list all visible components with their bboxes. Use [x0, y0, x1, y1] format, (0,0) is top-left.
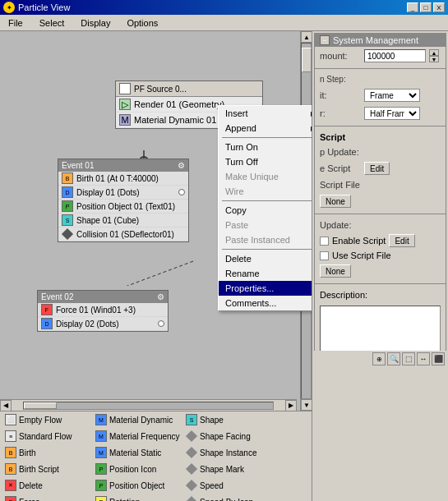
node-graph[interactable]: PF Source 0... ▷ Render 01 (Geometry) M …: [0, 31, 312, 411]
context-rename[interactable]: Rename: [219, 266, 312, 281]
status-icon-1[interactable]: ⊕: [372, 352, 386, 365]
sep-1: [315, 68, 446, 69]
context-delete[interactable]: Delete: [219, 251, 312, 266]
toolbar-row-2: ≡ Standard Flow M Material Frequency Sha…: [0, 428, 312, 444]
use-script-file-row: Use Script File: [315, 249, 446, 262]
event-settings-icon[interactable]: ⚙: [178, 161, 185, 170]
edit-script-btn[interactable]: Edit: [364, 162, 390, 175]
toolbar-row-6: F Force R Rotation Speed By Icon: [0, 494, 312, 501]
tool-material-static[interactable]: M Material Static: [94, 446, 184, 459]
event-02-node[interactable]: Event 02 ⚙ F Force 01 (Wind01 +3) D Disp…: [37, 290, 169, 332]
context-comments[interactable]: Comments...: [219, 296, 312, 310]
status-icon-3[interactable]: ⬚: [402, 352, 415, 365]
status-icon-4[interactable]: ↔: [417, 352, 430, 365]
display2-item[interactable]: D Display 02 (Dots): [38, 317, 168, 331]
close-button[interactable]: X: [433, 2, 445, 12]
menu-options[interactable]: Options: [122, 16, 163, 30]
event-02-title: Event 02 ⚙: [38, 291, 168, 303]
context-copy[interactable]: Copy: [219, 203, 312, 218]
scroll-left-btn[interactable]: ◀: [0, 400, 12, 411]
context-turn-on[interactable]: Turn On: [219, 140, 312, 154]
context-append[interactable]: Append: [219, 121, 312, 136]
use-script-checkbox[interactable]: [320, 251, 329, 260]
amount-input[interactable]: [364, 49, 426, 62]
context-properties[interactable]: Properties...: [219, 281, 312, 296]
position-item[interactable]: P Position Object 01 (Text01): [58, 200, 188, 214]
status-icon-5[interactable]: ⬛: [432, 352, 445, 365]
birth-icon: B: [62, 172, 73, 184]
tool-birth[interactable]: B Birth: [3, 446, 94, 459]
tool-speed[interactable]: Speed: [184, 479, 275, 492]
escript-row: e Script Edit: [315, 159, 446, 177]
canvas-area: PF Source 0... ▷ Render 01 (Geometry) M …: [0, 31, 312, 501]
script-title-row: Script: [315, 130, 446, 145]
tool-material-dynamic[interactable]: M Material Dynamic: [94, 413, 184, 426]
description-box[interactable]: [320, 306, 441, 355]
minimize-button[interactable]: _: [407, 2, 418, 12]
shape-tool-icon: S: [186, 414, 197, 425]
status-icon-2[interactable]: 🔍: [387, 352, 400, 365]
scroll-track-h[interactable]: [23, 402, 274, 410]
tool-rotation[interactable]: R Rotation: [94, 495, 184, 501]
display2-connector: [158, 320, 164, 327]
window-controls: _ □ X: [407, 2, 445, 12]
tool-birth-script[interactable]: B Birth Script: [3, 462, 94, 476]
event-01-node[interactable]: Event 01 ⚙ B Birth 01 (At 0 T:40000) D D…: [58, 159, 189, 242]
context-turn-off[interactable]: Turn Off: [219, 154, 312, 169]
pupdate-label: p Update:: [320, 147, 361, 157]
enable-script-checkbox[interactable]: [320, 237, 329, 246]
tool-shape[interactable]: S Shape: [184, 413, 275, 426]
event2-settings-icon[interactable]: ⚙: [157, 292, 164, 301]
update2-label: Update:: [320, 220, 361, 230]
tool-force[interactable]: F Force: [3, 495, 94, 501]
integ-step-label: n Step:: [320, 75, 346, 84]
scriptfile-row: Script File: [315, 177, 446, 192]
menu-select[interactable]: Select: [35, 16, 70, 30]
tool-shape-instance[interactable]: Shape Instance: [184, 446, 275, 459]
force-item[interactable]: F Force 01 (Wind01 +3): [38, 303, 168, 317]
none-btn-2[interactable]: None: [320, 264, 351, 278]
amount-down[interactable]: ▼: [429, 56, 439, 62]
tool-position-icon[interactable]: P Position Icon: [94, 462, 184, 476]
tool-standard-flow[interactable]: ≡ Standard Flow: [3, 430, 94, 443]
sys-mgmt-label: System Management: [333, 35, 418, 45]
shape-item[interactable]: S Shape 01 (Cube): [58, 214, 188, 228]
tool-empty-flow[interactable]: ⬜ Empty Flow: [3, 413, 94, 426]
unit-select[interactable]: Frame Half Frame Tick: [364, 89, 420, 102]
scroll-thumb-h[interactable]: [24, 402, 57, 409]
context-make-unique: Make Unique: [219, 169, 312, 184]
display-item[interactable]: D Display 01 (Dots): [58, 186, 188, 200]
edit-script-btn-2[interactable]: Edit: [389, 234, 414, 247]
menu-file[interactable]: File: [3, 16, 28, 30]
tool-shape-facing[interactable]: Shape Facing: [184, 430, 275, 443]
menu-display[interactable]: Display: [76, 16, 115, 30]
render-label: Render 01 (Geometry): [134, 99, 224, 109]
title-bar: ✦ Particle View _ □ X: [0, 0, 448, 15]
amount-up[interactable]: ▲: [429, 49, 439, 56]
collapse-button[interactable]: −: [320, 35, 330, 45]
none-btn-1[interactable]: None: [320, 195, 351, 208]
context-wire: Wire: [219, 184, 312, 199]
sep-2: [315, 126, 446, 126]
maximize-button[interactable]: □: [420, 2, 432, 12]
birth-item[interactable]: B Birth 01 (At 0 T:40000): [58, 172, 188, 186]
display-connector: [178, 189, 185, 195]
scroll-up-btn[interactable]: ▲: [301, 31, 312, 43]
subunit-select[interactable]: Half Frame Frame Tick: [364, 107, 420, 120]
context-menu: Insert Append Turn On Turn Off Make Uniq…: [218, 105, 312, 311]
tool-speed-by-icon[interactable]: Speed By Icon: [184, 495, 275, 501]
collision-item[interactable]: Collision 01 (SDeflector01): [58, 228, 188, 241]
amount-spinner: ▲ ▼: [429, 49, 439, 62]
tool-material-frequency[interactable]: M Material Frequency: [94, 430, 184, 443]
material-dynamic-icon: M: [95, 414, 107, 425]
scroll-thumb-v[interactable]: [302, 48, 312, 72]
context-insert[interactable]: Insert: [219, 106, 312, 121]
tool-position-object[interactable]: P Position Object: [94, 479, 184, 492]
scroll-right-btn[interactable]: ▶: [285, 400, 297, 411]
tool-delete[interactable]: ✕ Delete: [3, 479, 94, 492]
system-management-panel: − System Management mount: ▲ ▼ n Step: i…: [314, 33, 446, 359]
shape-instance-icon: [186, 447, 197, 458]
scroll-down-btn[interactable]: ▼: [301, 399, 312, 411]
separator-2: [222, 200, 312, 201]
tool-shape-mark[interactable]: Shape Mark: [184, 462, 275, 476]
